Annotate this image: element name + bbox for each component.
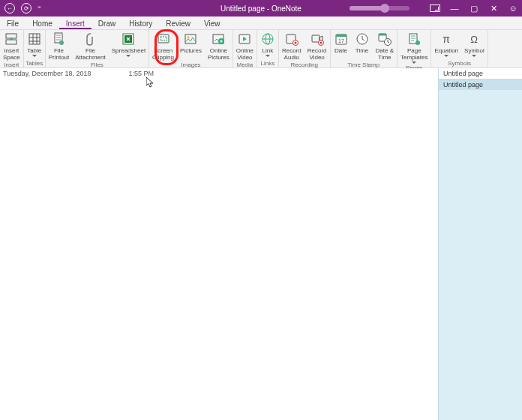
symbol-icon	[467, 32, 481, 46]
date-icon	[334, 32, 348, 46]
page-templates-button-label: PageTemplates	[400, 47, 428, 61]
link-button-label: Link	[262, 47, 274, 54]
equation-icon	[440, 32, 453, 46]
record-video-button[interactable]: RecordVideo	[304, 30, 330, 61]
window-title: Untitled page - OneNote	[220, 4, 302, 13]
time-button[interactable]: Time	[352, 30, 373, 61]
tab-draw[interactable]: Draw	[92, 18, 122, 29]
insert-space-button[interactable]: InsertSpace	[0, 30, 23, 61]
page-date: Tuesday, December 18, 2018	[3, 70, 92, 77]
group-label: Tables	[24, 59, 45, 68]
date-time-button-label: Date &Time	[376, 47, 394, 61]
pictures-icon	[184, 32, 197, 46]
page-templates-button[interactable]: PageTemplates	[398, 30, 430, 64]
page-templates-icon	[407, 32, 421, 46]
group-label: Links	[257, 59, 278, 68]
file-attachment-button[interactable]: FileAttachment	[72, 30, 108, 61]
insert-space-button-label: InsertSpace	[3, 47, 20, 61]
sync-icon[interactable]: ⟳	[21, 3, 32, 14]
online-video-button[interactable]: OnlineVideo	[233, 30, 256, 61]
page-canvas[interactable]: Tuesday, December 18, 2018 1:55 PM	[0, 68, 438, 420]
equation-button-label: Equation	[434, 47, 458, 54]
group-label: Symbols	[431, 59, 487, 68]
insert-space-icon	[4, 32, 18, 46]
date-time-button[interactable]: Date &Time	[373, 30, 397, 61]
date-button[interactable]: Date	[331, 30, 352, 61]
file-printout-button-label: FilePrintout	[49, 47, 70, 61]
group-tables: TableTables	[24, 30, 46, 68]
file-attachment-icon	[84, 32, 98, 46]
screen-clipping-button[interactable]: ScreenClipping	[149, 30, 177, 61]
tab-history[interactable]: History	[122, 18, 159, 29]
time-button-label: Time	[356, 47, 368, 54]
group-files: FilePrintoutFileAttachmentSpreadsheetFil…	[46, 30, 149, 68]
spreadsheet-button[interactable]: Spreadsheet	[109, 30, 148, 61]
titlebar: ← ⟳ ⁼ Untitled page - OneNote — ▢ ✕ ☺	[0, 0, 522, 16]
record-video-icon	[310, 32, 324, 46]
online-pictures-button[interactable]: OnlinePictures	[205, 30, 232, 61]
table-button[interactable]: Table	[24, 30, 45, 59]
spreadsheet-icon	[122, 32, 135, 46]
back-icon[interactable]: ←	[4, 3, 15, 14]
group-images: ScreenClippingPicturesOnlinePicturesImag…	[149, 30, 233, 68]
cursor-icon	[146, 77, 154, 91]
progress-slider[interactable]	[350, 6, 410, 10]
date-time-icon	[378, 32, 392, 46]
face-icon[interactable]: ☺	[507, 2, 519, 14]
group-pages: PageTemplatesPages	[398, 30, 431, 68]
ribbon-display-options[interactable]	[429, 2, 441, 14]
group-recording: RecordAudioRecordVideoRecording	[279, 30, 331, 68]
online-video-button-label: OnlineVideo	[236, 47, 254, 61]
tab-bar: FileHomeInsertDrawHistoryReviewView	[0, 16, 522, 30]
page-list-panel: Untitled page Untitled page	[438, 68, 522, 420]
record-audio-button[interactable]: RecordAudio	[279, 30, 304, 61]
ribbon: InsertSpaceInsertTableTablesFilePrintout…	[0, 30, 522, 68]
tab-file[interactable]: File	[0, 18, 26, 29]
file-printout-icon	[52, 32, 65, 46]
equation-button[interactable]: Equation	[431, 30, 461, 59]
tab-insert[interactable]: Insert	[59, 18, 92, 29]
pictures-button-label: Pictures	[180, 47, 202, 54]
group-symbols: EquationSymbolSymbols	[431, 30, 488, 68]
close-button[interactable]: ✕	[488, 2, 500, 14]
link-button[interactable]: Link	[257, 30, 278, 59]
record-video-button-label: RecordVideo	[308, 47, 327, 61]
online-pictures-button-label: OnlinePictures	[208, 47, 230, 61]
group-links: LinkLinks	[257, 30, 279, 68]
group-media: OnlineVideoMedia	[233, 30, 257, 68]
pictures-button[interactable]: Pictures	[177, 30, 205, 61]
minimize-button[interactable]: —	[448, 2, 460, 14]
symbol-button[interactable]: Symbol	[461, 30, 488, 59]
spreadsheet-button-label: Spreadsheet	[112, 47, 146, 54]
file-printout-button[interactable]: FilePrintout	[46, 30, 73, 61]
time-icon	[356, 32, 369, 46]
page-list-item[interactable]: Untitled page	[439, 80, 522, 90]
group-insert: InsertSpaceInsert	[0, 30, 24, 68]
online-video-icon	[238, 32, 251, 46]
online-pictures-icon	[212, 32, 225, 46]
screen-clipping-icon	[157, 32, 170, 46]
file-attachment-button-label: FileAttachment	[75, 47, 105, 61]
page-list-header[interactable]: Untitled page	[439, 68, 522, 80]
record-audio-icon	[285, 32, 298, 46]
quick-access-customize[interactable]: ⁼	[38, 4, 41, 12]
screen-clipping-button-label: ScreenClipping	[152, 47, 174, 61]
tab-home[interactable]: Home	[26, 18, 59, 29]
date-button-label: Date	[334, 47, 347, 54]
page-time: 1:55 PM	[129, 70, 154, 77]
maximize-button[interactable]: ▢	[468, 2, 480, 14]
tab-view[interactable]: View	[197, 18, 227, 29]
tab-review[interactable]: Review	[159, 18, 197, 29]
group-time-stamp: DateTimeDate &TimeTime Stamp	[331, 30, 398, 68]
record-audio-button-label: RecordAudio	[282, 47, 302, 61]
table-button-label: Table	[27, 47, 41, 54]
link-icon	[261, 32, 274, 46]
table-icon	[28, 32, 41, 46]
symbol-button-label: Symbol	[464, 47, 484, 54]
